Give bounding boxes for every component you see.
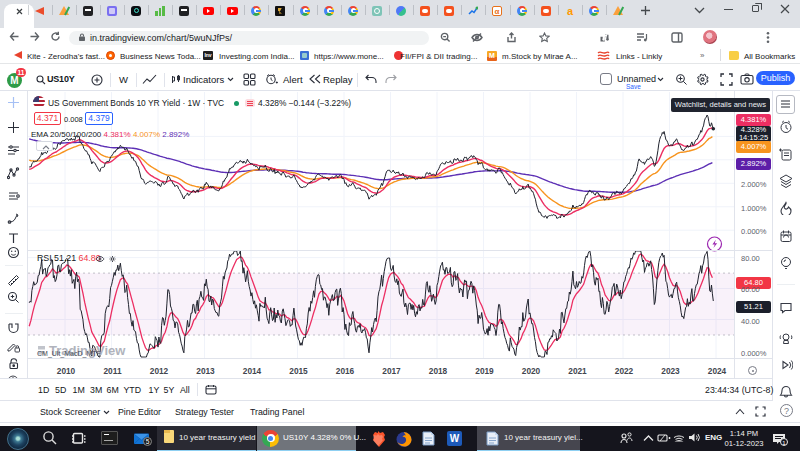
svg-text:CM_Ult_MacD_MTF: CM_Ult_MacD_MTF	[37, 350, 101, 358]
